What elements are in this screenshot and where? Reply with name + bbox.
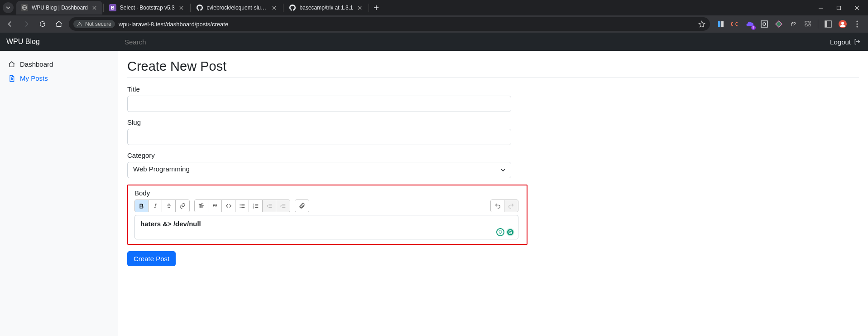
extension-icon[interactable] bbox=[760, 19, 769, 29]
extension-icon[interactable]: 9 bbox=[745, 19, 754, 29]
extensions-menu-button[interactable] bbox=[803, 19, 812, 29]
extension-badge: 9 bbox=[751, 25, 756, 30]
tab-separator bbox=[283, 4, 283, 12]
search-input[interactable] bbox=[125, 38, 816, 46]
tab-close-button[interactable] bbox=[357, 5, 363, 11]
toolbar-indent-button[interactable] bbox=[276, 200, 290, 212]
bold-icon bbox=[139, 203, 144, 209]
sidepanel-button[interactable] bbox=[824, 19, 833, 29]
sidebar-item-dashboard[interactable]: Dashboard bbox=[0, 57, 118, 71]
extension-icon[interactable] bbox=[716, 19, 725, 29]
toolbar-dedent-button[interactable] bbox=[263, 200, 276, 212]
url-text: wpu-laravel-8.test/dashboard/posts/creat… bbox=[119, 21, 695, 28]
close-icon bbox=[854, 5, 859, 10]
italic-icon bbox=[153, 203, 158, 209]
create-post-button[interactable]: Create Post bbox=[127, 251, 176, 266]
tab-close-button[interactable] bbox=[178, 5, 185, 11]
toolbar-redo-button[interactable] bbox=[504, 200, 518, 212]
toolbar-group-file bbox=[295, 200, 309, 212]
window-close-button[interactable] bbox=[848, 1, 865, 15]
nav-back-button[interactable] bbox=[4, 18, 16, 30]
file-text-icon bbox=[8, 75, 15, 82]
svg-point-15 bbox=[240, 207, 240, 208]
maximize-icon bbox=[836, 5, 841, 10]
tab-strip: WPU Blog | Dashboard B Select · Bootstra… bbox=[0, 0, 868, 15]
quote-icon bbox=[212, 203, 218, 209]
toolbar-italic-button[interactable] bbox=[149, 200, 162, 212]
category-select[interactable]: Web Programming bbox=[127, 162, 511, 178]
nav-forward-button[interactable] bbox=[20, 18, 33, 30]
grammarly-suggestion-icon[interactable] bbox=[496, 228, 504, 236]
browser-tab-2[interactable]: cviebrock/eloquent-sluggable: bbox=[192, 1, 282, 15]
svg-point-12 bbox=[856, 26, 858, 27]
toolbar-undo-button[interactable] bbox=[491, 200, 504, 212]
square-icon bbox=[717, 20, 724, 28]
profile-avatar-button[interactable] bbox=[838, 19, 847, 29]
toolbar-quote-button[interactable] bbox=[208, 200, 222, 212]
title-input[interactable] bbox=[127, 96, 511, 112]
kebab-icon bbox=[856, 20, 858, 28]
toolbar-link-button[interactable] bbox=[176, 200, 189, 212]
tab-close-button[interactable] bbox=[271, 5, 278, 11]
tab-close-button[interactable] bbox=[91, 5, 98, 11]
arrow-right-icon bbox=[23, 20, 30, 28]
form-group-title: Title bbox=[127, 85, 511, 112]
toolbar-bold-button[interactable] bbox=[135, 200, 149, 212]
window-maximize-button[interactable] bbox=[830, 1, 847, 15]
extension-icon[interactable] bbox=[774, 19, 783, 29]
logout-button[interactable]: Logout bbox=[823, 38, 868, 46]
browser-chrome: WPU Blog | Dashboard B Select · Bootstra… bbox=[0, 0, 868, 33]
nav-reload-button[interactable] bbox=[36, 18, 49, 30]
browser-tab-0[interactable]: WPU Blog | Dashboard bbox=[16, 1, 102, 15]
slug-input[interactable] bbox=[127, 129, 511, 145]
svg-rect-2 bbox=[718, 21, 720, 27]
sidebar-item-label: Dashboard bbox=[20, 60, 53, 68]
extensions-toolbar: 9 f? bbox=[714, 19, 864, 29]
sidepanel-icon bbox=[825, 20, 832, 28]
sidebar-item-label: My Posts bbox=[20, 74, 48, 82]
tabs-dropdown-button[interactable] bbox=[3, 2, 14, 13]
tab-separator bbox=[369, 4, 369, 12]
nav-home-button[interactable] bbox=[53, 18, 65, 30]
warning-icon bbox=[77, 21, 82, 27]
sidebar-item-my-posts[interactable]: My Posts bbox=[0, 71, 118, 85]
favicon-github-icon bbox=[289, 4, 296, 11]
extension-icon[interactable]: f? bbox=[789, 19, 798, 29]
puzzle-icon bbox=[804, 20, 811, 28]
browser-tab-3[interactable]: basecamp/trix at 1.3.1 bbox=[284, 1, 368, 15]
omnibox[interactable]: Not secure wpu-laravel-8.test/dashboard/… bbox=[69, 17, 710, 31]
list-ordered-icon: 123 bbox=[253, 203, 259, 209]
toolbar-group-text bbox=[134, 200, 190, 212]
toolbar-attach-button[interactable] bbox=[295, 200, 309, 212]
toolbar-code-button[interactable] bbox=[222, 200, 235, 212]
main-content: Create New Post Title Slug Category Web … bbox=[118, 51, 868, 336]
extension-icon[interactable] bbox=[731, 19, 740, 29]
redo-icon bbox=[508, 203, 515, 209]
toolbar-strike-button[interactable] bbox=[162, 200, 176, 212]
app-header: WPU Blog Logout bbox=[0, 33, 868, 51]
not-secure-badge[interactable]: Not secure bbox=[73, 20, 115, 28]
header-search bbox=[118, 38, 823, 46]
body-content-text: haters &> /dev/null bbox=[140, 220, 201, 228]
paperclip-icon bbox=[299, 203, 305, 209]
window-minimize-button[interactable] bbox=[812, 1, 829, 15]
toolbar-heading-button[interactable]: TT bbox=[195, 200, 208, 212]
bookmark-button[interactable] bbox=[698, 20, 705, 28]
star-icon bbox=[698, 20, 705, 28]
chevron-down-icon bbox=[6, 5, 10, 10]
strikethrough-icon bbox=[166, 203, 172, 209]
toolbar-number-list-button[interactable]: 123 bbox=[249, 200, 263, 212]
window-controls bbox=[812, 1, 865, 15]
tab-separator bbox=[190, 4, 191, 12]
body-editor[interactable]: haters &> /dev/null G bbox=[134, 215, 518, 239]
browser-tab-1[interactable]: B Select · Bootstrap v5.3 bbox=[105, 1, 189, 15]
grammarly-icon[interactable]: G bbox=[506, 228, 514, 236]
code-icon bbox=[225, 203, 232, 209]
browser-menu-button[interactable] bbox=[853, 19, 862, 29]
toolbar-bullet-list-button[interactable] bbox=[235, 200, 249, 212]
home-icon bbox=[8, 61, 15, 68]
form-group-slug: Slug bbox=[127, 118, 511, 145]
whatfont-icon: f? bbox=[791, 21, 796, 28]
tab-title: basecamp/trix at 1.3.1 bbox=[300, 5, 353, 11]
new-tab-button[interactable] bbox=[370, 1, 383, 14]
